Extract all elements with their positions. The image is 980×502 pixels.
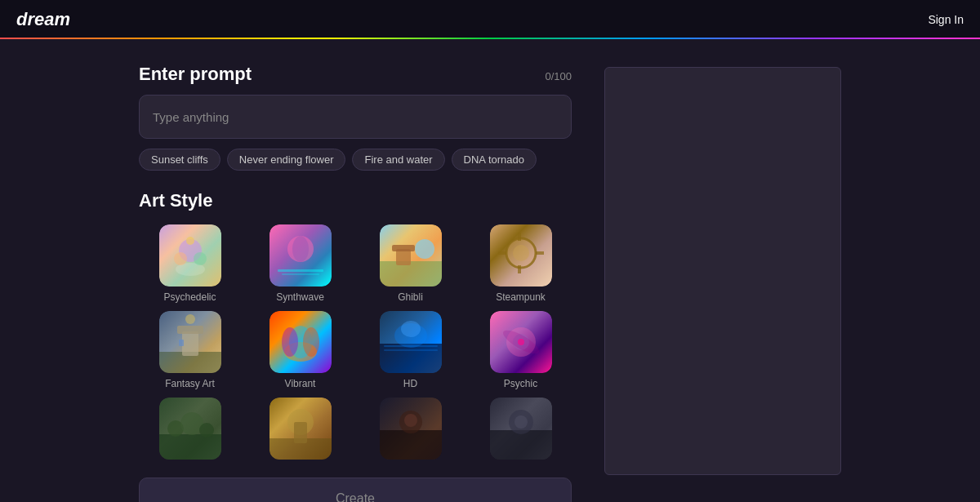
art-item-row3d[interactable] [470,398,572,464]
create-button[interactable]: Create [139,478,572,502]
chip-fire-and-water[interactable]: Fire and water [352,149,444,171]
svg-rect-47 [490,430,552,460]
svg-point-3 [194,252,207,265]
art-item-row3b[interactable] [249,398,351,464]
svg-rect-11 [392,245,415,251]
art-label-ghibli: Ghibli [398,291,423,303]
svg-point-27 [303,327,319,357]
svg-rect-9 [380,261,442,287]
svg-rect-8 [282,273,319,275]
svg-point-2 [174,252,187,265]
art-label-synthwave: Synthwave [276,291,324,303]
art-item-steampunk[interactable]: Steampunk [470,224,572,303]
art-item-psychic[interactable]: Psychic [470,311,572,389]
art-item-row3a[interactable] [139,398,241,464]
svg-rect-43 [294,422,307,443]
art-item-vibrant[interactable]: Vibrant [249,311,351,389]
art-item-psychedelic[interactable]: Psychedelic [139,224,241,303]
prompt-header: Enter prompt 0/100 [139,64,572,85]
art-style-title: Art Style [139,190,572,211]
art-label-psychedelic: Psychedelic [163,291,216,303]
svg-point-49 [514,415,528,429]
chip-never-ending-flower[interactable]: Never ending flower [227,149,346,171]
svg-point-32 [401,321,421,337]
art-item-hd[interactable]: HD [359,311,461,389]
art-label-steampunk: Steampunk [496,291,546,303]
svg-point-46 [404,414,417,427]
svg-point-6 [292,236,309,262]
left-panel: Enter prompt 0/100 Sunset cliffs Never e… [139,39,572,502]
svg-point-14 [513,245,529,261]
art-item-synthwave[interactable]: Synthwave [249,224,351,303]
art-label-psychic: Psychic [504,378,537,389]
svg-rect-37 [159,434,221,460]
art-item-ghibli[interactable]: Ghibli [359,224,461,303]
logo: dream [16,9,70,30]
chip-dna-tornado[interactable]: DNA tornado [452,149,537,171]
svg-rect-21 [177,326,203,334]
prompt-input[interactable] [139,95,572,139]
art-label-hd: HD [403,378,417,389]
svg-rect-20 [182,331,198,356]
preview-box [604,67,841,475]
right-panel [604,39,841,502]
svg-point-12 [415,239,434,259]
prompt-title: Enter prompt [139,64,252,85]
svg-point-26 [282,327,298,357]
svg-point-40 [199,423,214,438]
svg-point-22 [185,314,195,324]
art-item-row3c[interactable] [359,398,461,464]
art-label-fantasy-art: Fantasy Art [165,378,215,389]
art-style-grid: Psychedelic Synthwave [139,224,572,464]
main-layout: Enter prompt 0/100 Sunset cliffs Never e… [0,39,980,502]
chip-sunset-cliffs[interactable]: Sunset cliffs [139,149,220,171]
sign-in-button[interactable]: Sign In [928,13,964,26]
svg-rect-18 [536,251,544,255]
svg-rect-16 [518,265,521,273]
svg-rect-7 [278,269,323,272]
svg-rect-17 [498,251,506,255]
svg-rect-30 [384,349,438,351]
svg-rect-15 [518,233,521,241]
svg-rect-28 [380,344,442,373]
svg-rect-23 [179,340,184,346]
chips-row: Sunset cliffs Never ending flower Fire a… [139,149,572,171]
char-count: 0/100 [545,70,572,82]
svg-point-4 [186,237,194,245]
navbar: dream Sign In [0,0,980,39]
svg-rect-44 [380,430,442,460]
art-item-fantasy-art[interactable]: Fantasy Art [139,311,241,389]
art-label-vibrant: Vibrant [285,378,316,389]
